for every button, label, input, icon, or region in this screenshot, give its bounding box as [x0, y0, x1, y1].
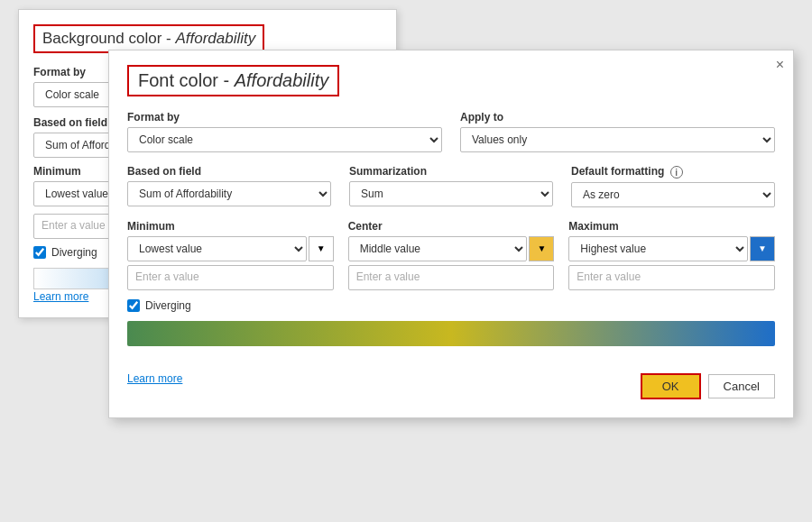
fg-minimum-select[interactable]: Lowest value — [127, 236, 307, 261]
fg-button-row: OK Cancel — [641, 373, 775, 399]
fg-row1: Format by Color scale Rules Field value … — [127, 111, 775, 152]
fg-apply-to-group: Apply to Values only Header Totals — [460, 111, 775, 152]
fg-default-formatting-label: Default formatting i — [571, 165, 775, 179]
fg-close-button[interactable]: × — [776, 58, 784, 72]
bg-title-prefix: Background color - — [42, 30, 175, 47]
fg-center-group: Center Middle value ▼ Enter a value — [348, 220, 555, 290]
fg-format-by-select[interactable]: Color scale Rules Field value — [127, 127, 442, 152]
fg-apply-to-label: Apply to — [460, 111, 775, 124]
fg-center-select-color: Middle value ▼ — [348, 236, 555, 261]
font-color-dialog: × Font color - Affordability Format by C… — [108, 50, 794, 418]
fg-ok-button[interactable]: OK — [641, 373, 701, 399]
fg-summarization-label: Summarization — [349, 165, 553, 178]
fg-based-on-field-label: Based on field — [127, 165, 331, 178]
fg-minimum-label: Minimum — [127, 220, 334, 233]
fg-default-formatting-group: Default formatting i As zero As blank — [571, 165, 775, 207]
info-icon: i — [670, 166, 683, 179]
fg-minimum-color-arrow: ▼ — [317, 243, 326, 253]
bg-diverging-checkbox[interactable] — [33, 246, 46, 259]
fg-footer: Learn more OK Cancel — [127, 359, 775, 399]
fg-maximum-value-input[interactable]: Enter a value — [568, 265, 775, 290]
fg-learn-more-link[interactable]: Learn more — [127, 372, 182, 385]
fg-minimum-value-input[interactable]: Enter a value — [127, 265, 334, 290]
fg-center-color-arrow: ▼ — [537, 243, 546, 253]
fg-dialog-title: Font color - Affordability — [127, 65, 339, 96]
bg-learn-more-link[interactable]: Learn more — [33, 290, 88, 303]
fg-cancel-button[interactable]: Cancel — [708, 374, 775, 398]
fg-summarization-group: Summarization Sum Average Min Max — [349, 165, 553, 206]
fg-diverging-label: Diverging — [145, 299, 191, 312]
fg-format-by-group: Format by Color scale Rules Field value — [127, 111, 442, 152]
fg-maximum-color-arrow: ▼ — [758, 243, 767, 253]
fg-maximum-group: Maximum Highest value ▼ Enter a value — [568, 220, 775, 290]
fg-min-center-max-row: Minimum Lowest value ▼ Enter a value Cen… — [127, 220, 775, 290]
fg-maximum-select-color: Highest value ▼ — [568, 236, 775, 261]
fg-minimum-color-swatch[interactable]: ▼ — [309, 236, 334, 261]
fg-center-select[interactable]: Middle value — [348, 236, 528, 261]
fg-title-prefix: Font color - — [138, 70, 235, 90]
fg-based-on-field-select[interactable]: Sum of Affordability — [127, 181, 331, 206]
fg-format-by-label: Format by — [127, 111, 442, 124]
fg-minimum-group: Minimum Lowest value ▼ Enter a value — [127, 220, 334, 290]
fg-row2: Based on field Sum of Affordability Summ… — [127, 165, 775, 207]
fg-based-on-field-group: Based on field Sum of Affordability — [127, 165, 331, 206]
fg-center-value-input[interactable]: Enter a value — [348, 265, 555, 290]
fg-center-color-swatch[interactable]: ▼ — [529, 236, 554, 261]
fg-center-label: Center — [348, 220, 555, 233]
fg-maximum-label: Maximum — [568, 220, 775, 233]
bg-title-field: Affordability — [175, 30, 255, 47]
fg-minimum-select-color: Lowest value ▼ — [127, 236, 334, 261]
fg-gradient-bar — [127, 321, 775, 346]
fg-maximum-color-swatch[interactable]: ▼ — [750, 236, 775, 261]
fg-diverging-checkbox[interactable] — [127, 299, 140, 312]
fg-diverging-row: Diverging — [127, 299, 775, 312]
fg-maximum-select[interactable]: Highest value — [568, 236, 748, 261]
fg-apply-to-select[interactable]: Values only Header Totals — [460, 127, 775, 152]
bg-diverging-label: Diverging — [51, 246, 97, 259]
fg-default-formatting-select[interactable]: As zero As blank — [571, 182, 775, 207]
fg-title-field: Affordability — [235, 70, 329, 90]
fg-summarization-select[interactable]: Sum Average Min Max — [349, 181, 553, 206]
